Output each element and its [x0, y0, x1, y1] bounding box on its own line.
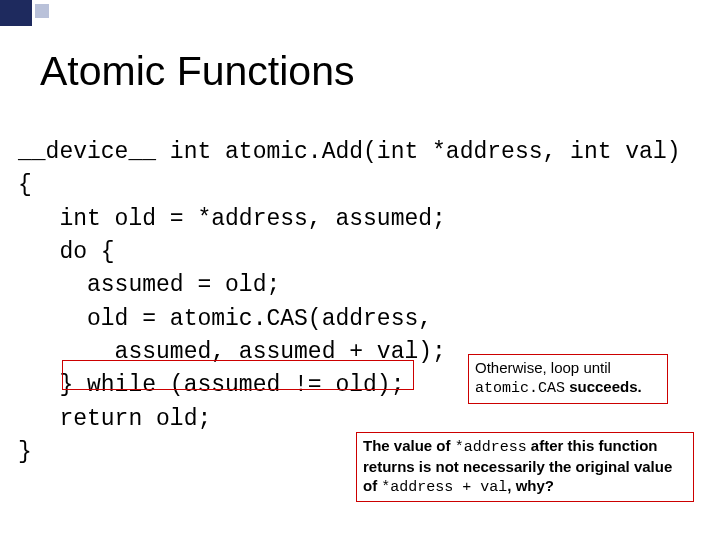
annotation-succeeds: Otherwise, loop until atomic.CAS succeed…	[468, 354, 668, 404]
annotation-text: of	[363, 477, 381, 494]
code-line: int old = *address, assumed;	[18, 206, 446, 232]
highlight-box-while	[62, 360, 414, 390]
code-line: assumed = old;	[18, 272, 280, 298]
code-line: do {	[18, 239, 115, 265]
code-line: __device__ int atomic.Add(int *address, …	[18, 139, 681, 165]
code-line: old = atomic.CAS(address,	[18, 306, 432, 332]
slide-title: Atomic Functions	[40, 48, 354, 95]
annotation-code: atomic.CAS	[475, 380, 565, 397]
annotation-code: *address + val	[381, 479, 507, 496]
annotation-code: *address	[455, 439, 527, 456]
annotation-question: The value of *address after this functio…	[356, 432, 694, 502]
annotation-text: , why?	[507, 477, 554, 494]
annotation-text: The value of	[363, 437, 455, 454]
annotation-text: Otherwise, loop until	[475, 359, 611, 376]
slide-corner-marker	[0, 0, 32, 26]
annotation-text: after this function	[527, 437, 658, 454]
code-line: }	[18, 439, 32, 465]
slide-corner-accent	[35, 4, 49, 18]
code-line: {	[18, 172, 32, 198]
code-block: __device__ int atomic.Add(int *address, …	[18, 136, 681, 469]
code-line: return old;	[18, 406, 211, 432]
annotation-text: returns is not necessarily the original …	[363, 458, 672, 475]
annotation-text: succeeds.	[565, 378, 642, 395]
